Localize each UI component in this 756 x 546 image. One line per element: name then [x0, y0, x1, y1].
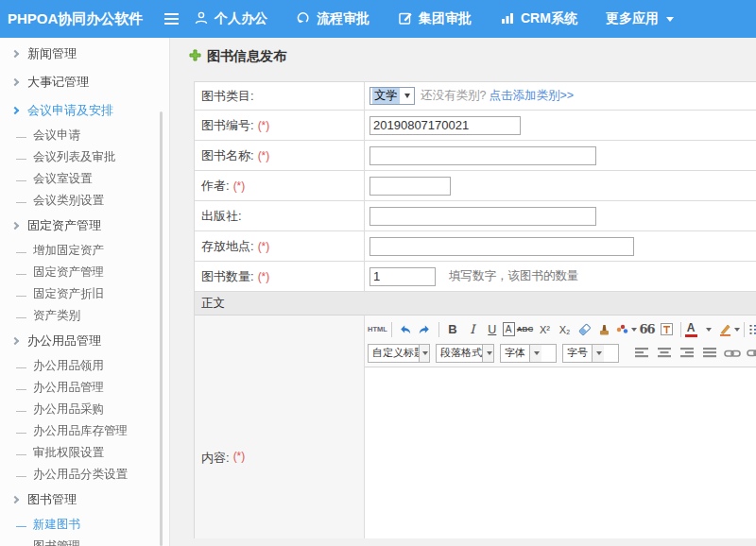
sidebar-item-supplies-inventory[interactable]: 办公用品库存管理 [0, 420, 169, 442]
sidebar: 新闻管理 大事记管理 会议申请及安排 会议申请 会议列表及审批 会议室设置 会议… [0, 38, 170, 546]
category-hint: 还没有类别? [421, 88, 486, 104]
sidebar-item-label: 办公用品分类设置 [33, 467, 128, 483]
sidebar-item-label: 会议申请 [33, 128, 80, 144]
form-row-quantity: 图书数量:(*) 填写数字，该图书的数量 [195, 262, 756, 292]
undo-icon[interactable] [396, 320, 415, 339]
sidebar-item-approval-permission[interactable]: 审批权限设置 [0, 442, 169, 464]
sidebar-item-new-book[interactable]: 新建图书 [0, 514, 169, 536]
align-left-icon[interactable] [632, 344, 651, 363]
sidebar-item-asset-depreciation[interactable]: 固定资产折旧 [0, 283, 169, 305]
sidebar-item-memorabilia-mgmt[interactable]: 大事记管理 [0, 68, 169, 96]
subscript-button[interactable]: X₂ [556, 320, 575, 339]
align-group [632, 344, 756, 363]
sidebar-item-asset-category[interactable]: 资产类别 [0, 305, 169, 327]
book-name-label: 图书名称: [201, 147, 254, 164]
sidebar-item-label: 图书管理 [33, 538, 80, 546]
background-color-icon[interactable] [718, 320, 740, 339]
nav-more-apps[interactable]: 更多应用 [606, 10, 674, 27]
nav-label: CRM系统 [521, 10, 577, 27]
font-family-select[interactable]: 字体 [500, 344, 557, 363]
sidebar-item-news-mgmt[interactable]: 新闻管理 [0, 40, 169, 68]
quantity-hint: 填写数字，该图书的数量 [449, 268, 579, 284]
caret-down-icon [666, 17, 674, 22]
paste-plain-icon[interactable] [658, 320, 677, 339]
nav-label: 更多应用 [606, 10, 659, 27]
ordered-list-icon[interactable] [748, 320, 756, 339]
sidebar-item-meeting-list-approval[interactable]: 会议列表及审批 [0, 146, 169, 168]
required-mark: (*) [233, 450, 246, 463]
sidebar-item-label: 固定资产管理 [33, 264, 104, 281]
sidebar-item-label: 固定资产管理 [27, 217, 101, 234]
bar-chart-icon [500, 11, 515, 27]
sidebar-item-label: 资产类别 [33, 308, 80, 324]
italic-button[interactable]: I [463, 320, 482, 339]
quantity-input[interactable] [369, 267, 436, 286]
book-name-input[interactable] [369, 146, 596, 165]
nav-flow-approval[interactable]: 流程审批 [296, 10, 369, 28]
sidebar-item-label: 会议类别设置 [33, 193, 104, 209]
add-category-link[interactable]: 点击添加类别>> [489, 88, 574, 104]
sidebar-item-book-manage[interactable]: 图书管理 [0, 536, 169, 546]
bold-button[interactable]: B [443, 320, 462, 339]
strikethrough-button[interactable]: ABC [516, 320, 535, 339]
link-icon[interactable] [723, 344, 742, 363]
form-row-location: 存放地点:(*) [195, 231, 756, 262]
main-content: 图书信息发布 图书类目: 文学 还没有类别? 点击添加类别>> 图书编号:(*)… [170, 38, 756, 546]
author-input[interactable] [369, 177, 451, 196]
caret-down-icon [734, 328, 740, 332]
source-code-button[interactable]: HTML [368, 320, 387, 339]
format-brush-icon[interactable] [595, 320, 614, 339]
nav-personal-office[interactable]: 个人办公 [194, 10, 267, 28]
sidebar-item-office-supplies-mgmt[interactable]: 办公用品管理 [0, 327, 169, 355]
eraser-icon[interactable] [576, 320, 594, 339]
underline-button[interactable]: U [483, 320, 502, 339]
app-logo: PHPOA协同办公软件 [0, 10, 161, 28]
content-label: 内容: [201, 450, 230, 467]
sidebar-item-meeting-category-settings[interactable]: 会议类别设置 [0, 190, 169, 212]
blockquote-button[interactable]: 66 [638, 320, 657, 339]
book-no-input[interactable] [369, 116, 521, 135]
sidebar-scrollbar[interactable] [160, 111, 163, 546]
sidebar-item-supplies-purchase[interactable]: 办公用品采购 [0, 399, 169, 420]
hamburger-icon[interactable] [164, 13, 179, 25]
paragraph-format-select[interactable]: 段落格式 [436, 344, 494, 363]
superscript-button[interactable]: X² [536, 320, 555, 339]
nav-label: 集团审批 [419, 10, 472, 27]
align-right-icon[interactable] [678, 344, 696, 363]
custom-title-select[interactable]: 自定义标题 [368, 344, 430, 363]
unlink-icon[interactable] [746, 344, 756, 363]
sidebar-item-meeting-apply[interactable]: 会议申请 [0, 125, 169, 146]
sidebar-item-fixed-assets-manage[interactable]: 固定资产管理 [0, 262, 169, 283]
location-input[interactable] [369, 237, 634, 256]
caret-down-icon[interactable] [698, 320, 717, 339]
book-no-label: 图书编号: [201, 117, 254, 134]
sidebar-item-label: 会议室设置 [33, 171, 93, 187]
book-form: 图书类目: 文学 还没有类别? 点击添加类别>> 图书编号:(*) 图书名称:(… [194, 81, 756, 538]
font-color-button[interactable]: A [685, 322, 697, 337]
font-size-select[interactable]: 字号 [562, 344, 619, 363]
font-border-button[interactable]: A [503, 322, 515, 336]
publisher-label: 出版社: [201, 208, 242, 225]
auto-typeset-icon[interactable] [615, 320, 637, 339]
align-justify-icon[interactable] [700, 344, 719, 363]
top-nav: 个人办公 流程审批 集团审批 CRM系统 更多应用 [194, 10, 674, 28]
publisher-input[interactable] [369, 207, 596, 226]
sidebar-item-fixed-assets-mgmt[interactable]: 固定资产管理 [0, 212, 169, 240]
sidebar-item-add-fixed-asset[interactable]: 增加固定资产 [0, 240, 169, 262]
editor-content-area[interactable] [365, 367, 756, 538]
form-row-author: 作者:(*) [195, 171, 756, 201]
sidebar-item-supplies-manage[interactable]: 办公用品管理 [0, 377, 169, 399]
sidebar-item-meeting-apply-arrange[interactable]: 会议申请及安排 [0, 96, 169, 125]
nav-group-approval[interactable]: 集团审批 [398, 10, 472, 28]
chevron-right-icon [11, 337, 19, 345]
redo-icon[interactable] [416, 320, 435, 339]
sidebar-item-supplies-category[interactable]: 办公用品分类设置 [0, 464, 169, 486]
sidebar-item-supplies-claim[interactable]: 办公用品领用 [0, 355, 169, 377]
form-row-book-name: 图书名称:(*) [195, 141, 756, 171]
editor-toolbar: HTML B I U A ABC X² X₂ [365, 316, 756, 367]
nav-crm-system[interactable]: CRM系统 [500, 10, 577, 27]
sidebar-item-meeting-room-settings[interactable]: 会议室设置 [0, 168, 169, 190]
category-select[interactable]: 文学 [369, 87, 415, 105]
align-center-icon[interactable] [655, 344, 674, 363]
sidebar-item-book-mgmt[interactable]: 图书管理 [0, 486, 169, 514]
